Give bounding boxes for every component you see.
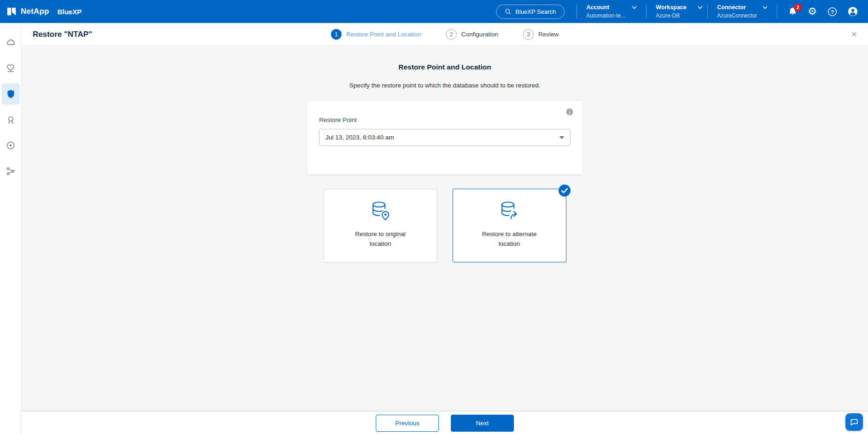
- chat-bubble-icon: [850, 417, 859, 427]
- wizard-title: Restore "NTAP": [33, 30, 92, 39]
- page-subtitle: Specify the restore point to which the d…: [22, 82, 868, 89]
- sidebar-item-health[interactable]: [2, 58, 20, 79]
- connector-label: Connector: [717, 4, 746, 11]
- chevron-down-icon: [763, 6, 768, 9]
- svg-text:?: ?: [831, 9, 834, 14]
- search-icon: [505, 8, 512, 15]
- notifications-button[interactable]: 2: [788, 7, 797, 17]
- brand-name: NetApp: [21, 7, 49, 16]
- disc-icon: [6, 141, 15, 150]
- top-header: NetApp BlueXP BlueXP Search Account Auto…: [0, 0, 868, 23]
- step-label: Restore Point and Location: [346, 31, 421, 38]
- workspace-label: Workspace: [656, 4, 686, 11]
- location-options: Restore to original location: [22, 189, 868, 262]
- step-label: Configuration: [461, 31, 498, 38]
- option-label: Restore to original location: [346, 230, 415, 249]
- selected-check-icon: [559, 185, 571, 197]
- step-label: Review: [538, 31, 559, 38]
- restore-original-location-card[interactable]: Restore to original location: [324, 189, 437, 262]
- observability-icon: [6, 115, 16, 125]
- option-label: Restore to alternate location: [475, 230, 544, 249]
- sidebar-item-protection[interactable]: [2, 83, 20, 104]
- page: NetApp BlueXP BlueXP Search Account Auto…: [0, 0, 868, 434]
- step-restore-point-and-location[interactable]: 1 Restore Point and Location: [331, 29, 421, 40]
- product-name: BlueXP: [58, 8, 82, 16]
- restore-alternate-location-card[interactable]: Restore to alternate location: [453, 189, 566, 262]
- left-sidebar: [0, 23, 22, 434]
- search-label: BlueXP Search: [515, 8, 556, 15]
- help-button[interactable]: ?: [827, 7, 837, 17]
- main-column: Restore "NTAP" 1 Restore Point and Locat…: [22, 23, 868, 434]
- step-number: 3: [523, 29, 534, 40]
- canvas-cloud-icon: [6, 38, 16, 47]
- connector-value: AzureConnector: [717, 12, 768, 19]
- wizard-header: Restore "NTAP" 1 Restore Point and Locat…: [22, 23, 868, 46]
- health-icon: [6, 64, 15, 73]
- step-configuration[interactable]: 2 Configuration: [446, 29, 498, 40]
- close-icon[interactable]: ✕: [847, 28, 861, 41]
- topbar-right: BlueXP Search Account Automation-te... W…: [496, 0, 868, 23]
- restore-point-card: Restore Point Jul 13, 2023, 8:03:40 am: [307, 101, 583, 174]
- netapp-logo[interactable]: NetApp: [6, 6, 49, 17]
- next-button[interactable]: Next: [451, 415, 514, 432]
- previous-button[interactable]: Previous: [376, 415, 439, 432]
- protection-shield-icon: [6, 89, 15, 99]
- info-icon[interactable]: [566, 108, 573, 117]
- workspace-value: Azure-DB: [656, 12, 698, 19]
- database-pin-icon: [369, 200, 391, 222]
- help-icon: ?: [827, 7, 837, 17]
- wizard-steps: 1 Restore Point and Location 2 Configura…: [331, 23, 559, 46]
- user-account-button[interactable]: [848, 6, 858, 17]
- account-menu[interactable]: Account Automation-te...: [577, 4, 646, 19]
- chevron-down-icon: [632, 6, 637, 9]
- chat-widget-button[interactable]: [845, 413, 863, 431]
- notification-badge: 2: [794, 4, 802, 12]
- network-icon: [6, 167, 15, 176]
- step-number: 1: [331, 29, 342, 40]
- header-icon-cluster: 2 ⚙ ?: [777, 6, 868, 17]
- wizard-footer: Previous Next: [22, 412, 868, 434]
- restore-point-value: Jul 13, 2023, 8:03:40 am: [326, 134, 394, 141]
- step-number: 2: [446, 29, 457, 40]
- step-review[interactable]: 3 Review: [523, 29, 559, 40]
- user-avatar-icon: [848, 6, 858, 17]
- chevron-down-icon: [698, 6, 703, 9]
- restore-point-select[interactable]: Jul 13, 2023, 8:03:40 am: [319, 129, 571, 146]
- account-value: Automation-te...: [586, 12, 637, 19]
- sidebar-item-canvas[interactable]: [2, 32, 20, 53]
- netapp-logo-icon: [6, 6, 17, 17]
- restore-point-label: Restore Point: [319, 116, 571, 123]
- sidebar-item-disc[interactable]: [2, 135, 20, 156]
- workspace-menu[interactable]: Workspace Azure-DB: [647, 4, 707, 19]
- bluexp-search-button[interactable]: BlueXP Search: [496, 5, 565, 19]
- content-area: Restore Point and Location Specify the r…: [22, 46, 868, 412]
- sidebar-item-observability[interactable]: [2, 109, 20, 130]
- body-row: Restore "NTAP" 1 Restore Point and Locat…: [0, 23, 868, 434]
- select-caret-icon: [559, 136, 564, 139]
- database-arrow-icon: [498, 200, 520, 222]
- settings-button[interactable]: ⚙: [808, 6, 817, 17]
- page-title: Restore Point and Location: [22, 63, 868, 71]
- sidebar-item-network[interactable]: [2, 161, 20, 182]
- connector-menu[interactable]: Connector AzureConnector: [708, 4, 777, 19]
- account-label: Account: [586, 4, 609, 11]
- gear-icon: ⚙: [808, 6, 817, 17]
